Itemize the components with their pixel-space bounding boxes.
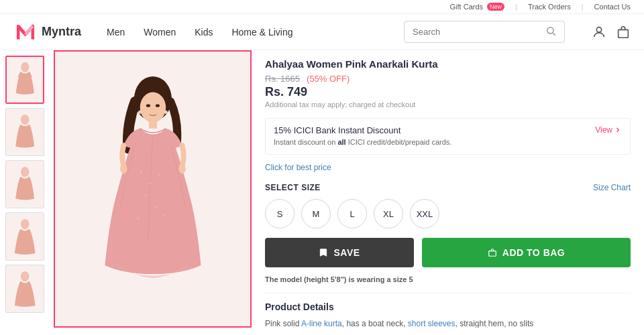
svg-point-21 [138,110,142,113]
size-chart-link[interactable]: Size Chart [593,183,631,192]
size-m[interactable]: M [301,199,331,228]
details-section-title: Product Details [265,302,631,312]
bookmark-icon [319,248,328,257]
svg-point-23 [146,104,150,107]
search-bar[interactable] [404,21,565,43]
best-price-link[interactable]: Click for best price [265,163,631,172]
action-buttons: SAVE ADD TO BAG [265,238,631,267]
svg-point-5 [21,114,30,124]
svg-point-6 [21,166,30,176]
main-product-image [54,50,252,328]
svg-line-1 [553,33,555,36]
size-s[interactable]: S [265,199,294,228]
size-select-label: SELECT SIZE [265,183,321,192]
svg-point-14 [140,171,142,173]
offer-box: 15% ICICI Bank Instant Discount Instant … [265,118,631,155]
myntra-logo-icon [13,20,38,44]
discount-percentage: (55% OFF) [307,74,350,84]
size-l[interactable]: L [337,199,367,228]
user-icon[interactable] [592,25,606,40]
svg-point-17 [145,194,147,196]
nav-kids[interactable]: Kids [195,24,213,40]
logo[interactable]: Myntra [13,20,81,44]
svg-point-2 [596,27,601,31]
offer-description: Instant discount on all ICICI credit/deb… [274,137,451,147]
contact-us-link[interactable]: Contact Us [594,3,631,11]
nav-home-living[interactable]: Home & Living [231,24,292,40]
bag-add-icon [488,248,497,257]
svg-rect-25 [489,251,496,257]
offer-title: 15% ICICI Bank Instant Discount [274,125,451,135]
svg-point-18 [155,206,157,208]
bag-icon[interactable] [616,25,631,40]
svg-point-8 [21,271,30,281]
gift-cards-link[interactable]: Gift Cards New [450,3,505,11]
svg-point-7 [21,218,30,228]
new-badge: New [487,3,504,11]
thumb-dress-icon-2 [8,111,42,153]
sale-price: Rs. 749 [265,85,631,99]
thumb-1[interactable] [5,56,44,104]
size-xl[interactable]: XL [374,199,403,228]
svg-point-22 [164,110,167,113]
offer-content: 15% ICICI Bank Instant Discount Instant … [274,125,451,147]
svg-rect-3 [619,29,629,38]
gift-cards-label: Gift Cards [450,3,484,11]
model-note: The model (height 5'8") is wearing a siz… [265,275,631,283]
product-details-panel: Ahalyaa Women Pink Anarkali Kurta Rs. 16… [252,50,644,328]
main-nav: Myntra Men Women Kids Home & Living [0,14,644,50]
svg-rect-11 [148,120,156,128]
main-content: Ahalyaa Women Pink Anarkali Kurta Rs. 16… [0,50,644,328]
search-input[interactable] [413,27,540,37]
svg-point-24 [155,104,159,107]
product-details-section: Product Details Pink solid A-line kurta,… [265,293,631,328]
size-options: S M L XL XXL [265,199,631,228]
thumb-dress-icon-4 [8,216,42,258]
product-title: Ahalyaa Women Pink Anarkali Kurta [265,58,631,70]
price-row: Rs. 1665 (55% OFF) [265,74,631,84]
svg-point-10 [140,92,165,122]
nav-women[interactable]: Women [144,24,176,40]
track-orders-link[interactable]: Track Orders [528,3,571,11]
thumb-dress-icon-3 [8,163,42,206]
top-bar: Gift Cards New | Track Orders | Contact … [0,0,644,14]
thumb-4[interactable] [5,212,44,261]
thumb-5[interactable] [5,265,44,313]
size-xxl[interactable]: XXL [410,199,439,228]
nav-men[interactable]: Men [107,24,125,40]
svg-point-19 [137,217,139,219]
size-header: SELECT SIZE Size Chart [265,183,631,192]
divider-1: | [515,3,517,11]
thumb-dress-icon-1 [9,59,42,100]
svg-point-13 [178,163,185,173]
svg-point-15 [149,182,151,184]
thumb-dress-icon-5 [8,268,42,310]
original-price: Rs. 1665 [265,74,300,84]
nav-user-icons [592,25,631,40]
search-icon [545,25,556,38]
svg-point-0 [547,27,553,34]
svg-point-4 [21,62,29,72]
thumbnail-list [0,50,54,328]
logo-text: Myntra [42,25,81,39]
view-offer-link[interactable]: View [595,125,622,135]
save-button[interactable]: SAVE [265,238,414,267]
thumb-2[interactable] [5,108,44,156]
product-dress-illustration [65,66,241,313]
svg-point-20 [162,214,164,216]
tax-note: Additional tax may apply; charged at che… [265,100,631,109]
add-to-bag-button[interactable]: ADD TO BAG [422,238,631,267]
divider-2: | [582,3,584,11]
details-description: Pink solid A-line kurta, has a boat neck… [265,318,631,328]
svg-point-12 [120,163,127,173]
size-section: SELECT SIZE Size Chart S M L XL XXL [265,183,631,228]
svg-point-16 [158,174,160,176]
thumb-3[interactable] [5,160,44,208]
